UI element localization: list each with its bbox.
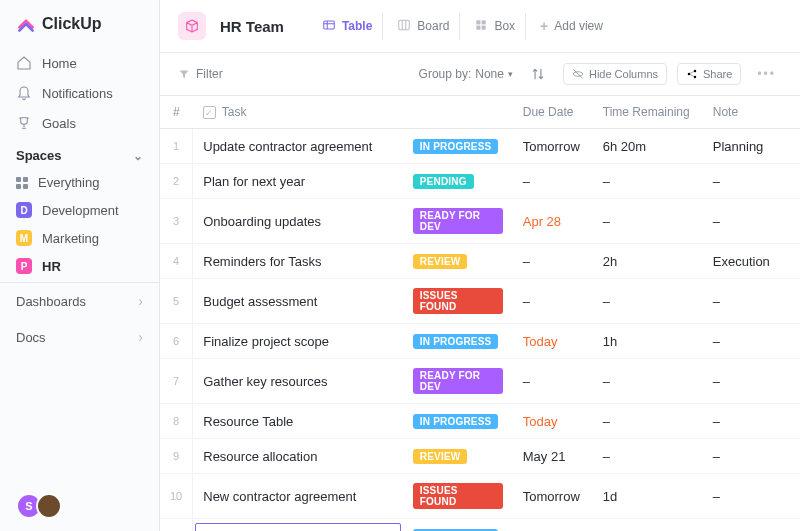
col-status[interactable] (403, 96, 513, 129)
task-name-cell[interactable]: Finalize project scope (193, 324, 403, 359)
due-cell[interactable]: – (513, 164, 593, 199)
task-name-cell[interactable]: Update key objectives (193, 519, 403, 531)
space-everything[interactable]: Everything (0, 169, 159, 196)
space-chip[interactable] (178, 12, 206, 40)
side-dashboards[interactable]: Dashboards › (0, 283, 159, 319)
due-cell[interactable]: – (513, 244, 593, 279)
table-row[interactable]: 6 Finalize project scope IN PROGRESS Tod… (160, 324, 800, 359)
note-cell[interactable]: – (703, 404, 800, 439)
col-time[interactable]: Time Remaining (593, 96, 703, 129)
note-cell[interactable]: – (703, 324, 800, 359)
note-cell[interactable]: Execution (703, 244, 800, 279)
table-row[interactable]: 10 New contractor agreement ISSUES FOUND… (160, 474, 800, 519)
time-cell[interactable]: – (593, 404, 703, 439)
table-row[interactable]: 5 Budget assessment ISSUES FOUND – – – (160, 279, 800, 324)
time-cell[interactable]: – (593, 279, 703, 324)
status-cell[interactable]: PENDING (403, 164, 513, 199)
note-cell[interactable]: Planning (703, 129, 800, 164)
task-name-cell[interactable]: Plan for next year (193, 164, 403, 199)
space-development[interactable]: DDevelopment (0, 196, 159, 224)
note-cell[interactable]: – (703, 199, 800, 244)
view-tab-table[interactable]: Table (312, 13, 383, 40)
due-cell[interactable]: – (513, 279, 593, 324)
time-cell[interactable]: 1d (593, 474, 703, 519)
more-menu[interactable]: ••• (751, 63, 782, 85)
task-name-cell[interactable]: Gather key resources (193, 359, 403, 404)
sidebar-bottom: Dashboards › Docs › (0, 282, 159, 355)
sort-button[interactable] (523, 63, 553, 85)
view-tab-box[interactable]: Box (464, 13, 526, 40)
side-row-label: Docs (16, 330, 46, 345)
table-scroll[interactable]: # Task Due Date Time Remaining Note 1 Up… (160, 96, 800, 531)
view-tab-board[interactable]: Board (387, 13, 460, 40)
time-cell[interactable]: – (593, 199, 703, 244)
space-marketing[interactable]: MMarketing (0, 224, 159, 252)
table-row[interactable]: 11 Update key objectives IN PROGRESS – –… (160, 519, 800, 531)
note-cell[interactable]: – (703, 359, 800, 404)
avatar[interactable] (36, 493, 62, 519)
task-name-cell[interactable]: New contractor agreement (193, 474, 403, 519)
task-name-cell[interactable]: Update contractor agreement (193, 129, 403, 164)
time-cell[interactable]: – (593, 359, 703, 404)
due-cell[interactable]: May 21 (513, 439, 593, 474)
table-row[interactable]: 2 Plan for next year PENDING – – – (160, 164, 800, 199)
status-cell[interactable]: IN PROGRESS (403, 324, 513, 359)
user-avatars[interactable]: S (0, 481, 159, 531)
table-row[interactable]: 8 Resource Table IN PROGRESS Today – – (160, 404, 800, 439)
table-row[interactable]: 1 Update contractor agreement IN PROGRES… (160, 129, 800, 164)
note-cell[interactable]: – (703, 439, 800, 474)
due-cell[interactable]: – (513, 359, 593, 404)
status-cell[interactable]: READY FOR DEV (403, 359, 513, 404)
hide-columns-button[interactable]: Hide Columns (563, 63, 667, 85)
note-cell[interactable]: – (703, 279, 800, 324)
note-cell[interactable]: – (703, 474, 800, 519)
table-row[interactable]: 3 Onboarding updates READY FOR DEV Apr 2… (160, 199, 800, 244)
brand-logo[interactable]: ClickUp (0, 0, 159, 46)
nav-notifications[interactable]: Notifications (0, 78, 159, 108)
task-name-cell[interactable]: Resource Table (193, 404, 403, 439)
status-cell[interactable]: ISSUES FOUND (403, 474, 513, 519)
due-cell[interactable]: Apr 28 (513, 199, 593, 244)
status-cell[interactable]: IN PROGRESS (403, 519, 513, 531)
svg-rect-4 (477, 25, 481, 29)
task-name-cell[interactable]: Reminders for Tasks (193, 244, 403, 279)
status-cell[interactable]: READY FOR DEV (403, 199, 513, 244)
share-button[interactable]: Share (677, 63, 741, 85)
side-docs[interactable]: Docs › (0, 319, 159, 355)
space-hr[interactable]: PHR (0, 252, 159, 280)
due-cell[interactable]: Tomorrow (513, 129, 593, 164)
table-row[interactable]: 4 Reminders for Tasks REVIEW – 2h Execut… (160, 244, 800, 279)
status-cell[interactable]: REVIEW (403, 244, 513, 279)
due-cell[interactable]: Today (513, 404, 593, 439)
status-cell[interactable]: ISSUES FOUND (403, 279, 513, 324)
col-due[interactable]: Due Date (513, 96, 593, 129)
nav-goals[interactable]: Goals (0, 108, 159, 138)
time-cell[interactable]: 2h (593, 244, 703, 279)
table-row[interactable]: 7 Gather key resources READY FOR DEV – –… (160, 359, 800, 404)
due-cell[interactable]: Tomorrow (513, 474, 593, 519)
status-cell[interactable]: IN PROGRESS (403, 129, 513, 164)
table-row[interactable]: 9 Resource allocation REVIEW May 21 – – (160, 439, 800, 474)
task-name-cell[interactable]: Resource allocation (193, 439, 403, 474)
status-cell[interactable]: REVIEW (403, 439, 513, 474)
time-cell[interactable]: – (593, 519, 703, 531)
col-note[interactable]: Note (703, 96, 800, 129)
filter-button[interactable]: Filter (178, 67, 223, 81)
time-cell[interactable]: 6h 20m (593, 129, 703, 164)
col-task[interactable]: Task (193, 96, 403, 129)
groupby-selector[interactable]: Group by: None ▾ (419, 67, 513, 81)
status-cell[interactable]: IN PROGRESS (403, 404, 513, 439)
due-cell[interactable]: – (513, 519, 593, 531)
due-cell[interactable]: Today (513, 324, 593, 359)
time-cell[interactable]: 1h (593, 324, 703, 359)
note-cell[interactable]: – (703, 519, 800, 531)
task-name-cell[interactable]: Onboarding updates (193, 199, 403, 244)
nav-home[interactable]: Home (0, 48, 159, 78)
time-cell[interactable]: – (593, 439, 703, 474)
view-tab-add-view[interactable]: + Add view (530, 13, 613, 39)
time-cell[interactable]: – (593, 164, 703, 199)
spaces-header[interactable]: Spaces ⌄ (0, 140, 159, 169)
task-name-cell[interactable]: Budget assessment (193, 279, 403, 324)
note-cell[interactable]: – (703, 164, 800, 199)
col-num[interactable]: # (160, 96, 193, 129)
